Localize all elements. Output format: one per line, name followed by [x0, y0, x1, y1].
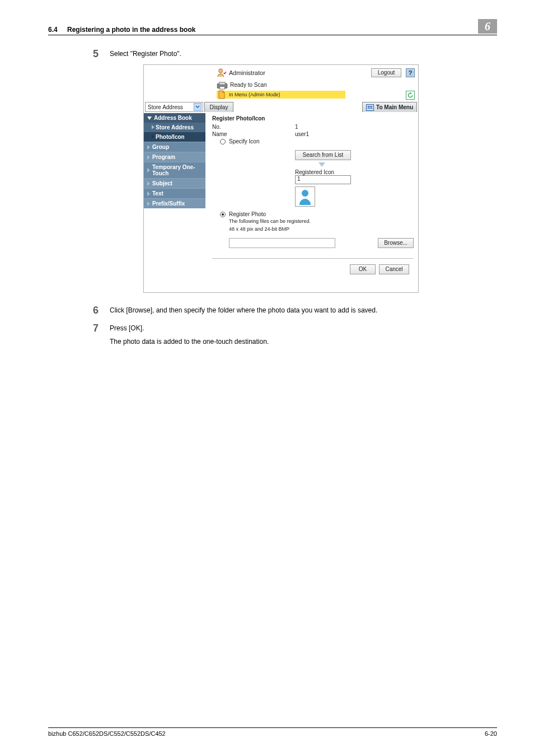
refresh-icon[interactable] [406, 91, 415, 100]
avatar-icon [297, 188, 313, 205]
avatar-preview [295, 186, 315, 207]
no-label: No. [212, 124, 295, 130]
scope-dropdown[interactable]: Store Address [145, 102, 203, 112]
dropdown-value: Store Address [148, 104, 183, 110]
nav-arrow-icon [152, 134, 154, 139]
footer-page: 6-20 [485, 730, 497, 737]
footer-model: bizhub C652/C652DS/C552/C552DS/C452 [48, 730, 166, 737]
nav-arrow-icon [147, 168, 150, 172]
sidebar-item-program[interactable]: Program [144, 152, 205, 162]
svg-rect-3 [220, 87, 225, 89]
expand-icon [147, 116, 152, 120]
main-menu-label: To Main Menu [376, 104, 413, 110]
status-ready: Ready to Scan [230, 82, 267, 88]
name-value: user1 [295, 131, 309, 137]
step-6-number: 6 [48, 305, 110, 315]
footer-divider [48, 727, 497, 728]
browse-button[interactable]: Browse... [378, 238, 414, 248]
sidebar-item-store-address[interactable]: Store Address [144, 123, 205, 132]
nav-arrow-icon [147, 181, 150, 186]
registered-icon-label: Registered Icon [295, 169, 414, 175]
sidebar-item-text[interactable]: Text [144, 188, 205, 198]
radio-register-photo[interactable] [220, 212, 226, 217]
chevron-down-icon [194, 103, 202, 111]
no-value: 1 [295, 124, 298, 130]
sidebar-item-photo-icon[interactable]: Photo/Icon [144, 132, 205, 142]
printer-icon [217, 82, 228, 90]
file-path-input[interactable] [229, 238, 335, 248]
tab-display[interactable]: Display [204, 102, 233, 112]
dropdown-indicator-icon [318, 162, 325, 167]
step-7-number: 7 [48, 323, 110, 347]
cancel-button[interactable]: Cancel [379, 264, 409, 274]
step-5-text: Select "Register Photo". [110, 49, 181, 59]
svg-point-0 [219, 69, 223, 73]
content-divider [212, 258, 414, 259]
app-screenshot: Administrator Logout ? Ready to Scan In … [143, 64, 419, 293]
admin-label: Administrator [229, 69, 265, 76]
search-from-list-button[interactable]: Search from List [295, 150, 351, 160]
step-5-number: 5 [48, 49, 110, 59]
step-6-text: Click [Browse], and then specify the fol… [110, 305, 377, 315]
help-icon[interactable]: ? [406, 68, 415, 77]
content-title: Register Photo/Icon [212, 115, 414, 122]
step-7-text: Press [OK]. [110, 323, 269, 333]
mode-text: In Menu (Admin Mode) [229, 92, 280, 97]
nav-arrow-icon [147, 155, 150, 160]
step-7-subtext: The photo data is added to the one-touch… [110, 337, 269, 347]
radio-specify-icon[interactable] [220, 139, 226, 144]
section-number: 6.4 [48, 26, 58, 34]
chapter-badge: 6 [478, 19, 497, 34]
sidebar-item-prefix[interactable]: Prefix/Suffix [144, 198, 205, 208]
sidebar-item-address-book[interactable]: Address Book [144, 113, 205, 123]
mode-bar: In Menu (Admin Mode) [217, 91, 345, 99]
name-label: Name [212, 131, 295, 137]
svg-rect-2 [219, 82, 226, 85]
section-title: Registering a photo in the address book [67, 26, 195, 34]
tab-main-menu[interactable]: To Main Menu [362, 102, 417, 112]
admin-icon [217, 68, 227, 77]
nav-arrow-icon [147, 192, 150, 196]
header-divider [48, 35, 497, 35]
file-spec-2: 48 x 48 pix and 24-bit BMP [229, 226, 414, 233]
svg-point-4 [302, 190, 308, 197]
nav-arrow-icon [147, 145, 150, 150]
logout-button[interactable]: Logout [371, 68, 401, 77]
main-menu-icon [366, 104, 374, 111]
nav-arrow-icon [152, 125, 154, 129]
registered-icon-input[interactable]: 1 [295, 175, 351, 184]
nav-arrow-icon [147, 202, 150, 206]
sidebar-item-temporary[interactable]: Temporary One-Touch [144, 162, 205, 178]
sidebar: Address Book Store Address Photo/Icon Gr… [144, 113, 205, 292]
register-photo-label: Register Photo [229, 211, 266, 217]
sidebar-item-group[interactable]: Group [144, 142, 205, 152]
sidebar-item-subject[interactable]: Subject [144, 178, 205, 188]
specify-icon-label: Specify Icon [229, 138, 259, 144]
file-spec-1: The following files can be registered. [229, 218, 414, 225]
ok-button[interactable]: OK [350, 264, 376, 274]
admin-mode-icon [217, 90, 226, 99]
